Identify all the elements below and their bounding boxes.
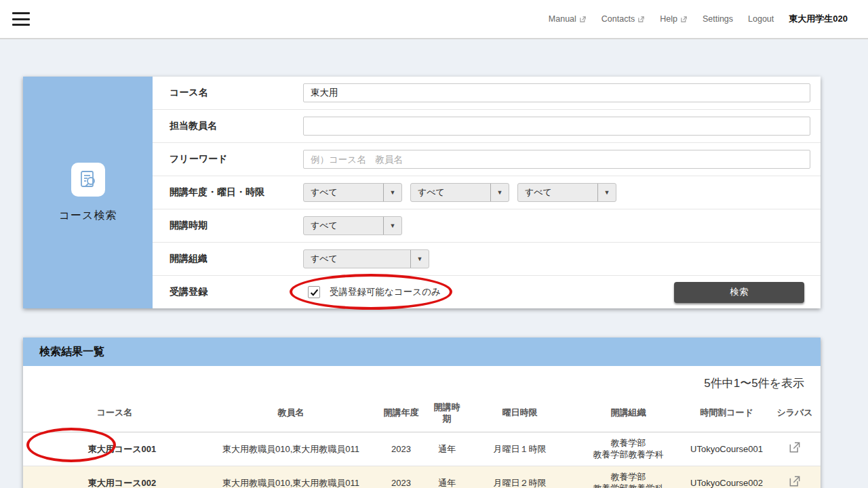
syllabus-cell [769,466,821,488]
course-row-002-link[interactable]: 東大用コース002 [23,466,206,488]
teachers-cell: 東大用教職員010,東大用教職員011 [206,432,376,466]
external-link-icon [637,16,645,23]
period-select-value: すべて [518,184,597,201]
table-row-course-001: 東大用コース001 東大用教職員010,東大用教職員011 2023 通年 月曜… [23,432,821,466]
year-day-period-label: 開講年度・曜日・時限 [153,186,303,199]
form-row-free-word: フリーワード [153,142,821,176]
form-row-teacher-name: 担当教員名 [153,109,821,142]
organization-select-value: すべて [304,250,410,268]
column-header-daytime: 曜日時限 [467,398,572,432]
column-header-year: 開講年度 [376,398,427,432]
year-cell: 2023 [376,432,427,466]
syllabus-external-link-icon[interactable] [788,441,802,454]
free-word-input[interactable] [303,150,810,169]
registration-checkbox-label: 受講登録可能なコースのみ [330,286,441,298]
chevron-down-icon: ▼ [490,184,509,201]
year-cell: 2023 [376,466,427,488]
results-header: 検索結果一覧 [23,338,821,366]
course-search-panel: コース検索 コース名 担当教員名 フリーワード [23,77,821,308]
document-search-icon [71,163,105,197]
term-cell: 通年 [427,432,467,466]
daytime-cell: 月曜日２時限 [467,466,572,488]
year-select-value: すべて [304,184,383,201]
organization-select[interactable]: すべて ▼ [303,249,429,268]
hamburger-menu-icon[interactable] [12,12,30,26]
help-link[interactable]: Help [660,14,688,24]
period-select[interactable]: すべて ▼ [517,183,616,202]
form-row-course-name: コース名 [153,77,821,109]
daytime-cell: 月曜日１時限 [467,432,572,466]
logout-link[interactable]: Logout [748,14,774,24]
teachers-cell: 東大用教職員010,東大用教職員011 [206,466,376,488]
course-search-title: コース検索 [59,209,117,223]
course-name-label: コース名 [153,87,303,99]
results-table: コース名 教員名 開講年度 開講時期 曜日時限 開講組織 時間割コード シラバス… [23,398,821,488]
chevron-down-icon: ▼ [597,184,616,201]
username: 東大用学生020 [789,13,848,25]
course-search-form: コース名 担当教員名 フリーワード 開講年度・曜日・時限 [153,77,821,308]
chevron-down-icon: ▼ [410,250,429,268]
syllabus-cell [769,432,821,466]
teacher-name-input[interactable] [303,117,810,136]
timetable-code-cell: UTokyoCourse002 [684,466,769,488]
results-count: 5件中1〜5件を表示 [23,366,821,398]
contacts-link-label: Contacts [601,14,635,24]
help-link-label: Help [660,14,677,24]
organization-cell: 教養学部 教養学部教養学科 [572,466,684,488]
form-row-registration: 受講登録 受講登録可能なコースのみ 検索 [153,275,821,308]
course-row-001-link[interactable]: 東大用コース001 [23,432,206,466]
term-label: 開講時期 [153,220,303,232]
checkmark-icon [310,288,319,297]
day-select[interactable]: すべて ▼ [410,183,509,202]
page: Manual Contacts Help Settings Logout 東大用… [0,0,868,488]
contacts-link[interactable]: Contacts [601,14,645,24]
term-select[interactable]: すべて ▼ [303,216,402,235]
form-row-organization: 開講組織 すべて ▼ [153,242,821,275]
day-select-value: すべて [411,184,490,201]
results-table-header-row: コース名 教員名 開講年度 開講時期 曜日時限 開講組織 時間割コード シラバス [23,398,821,432]
external-link-icon [579,16,587,23]
registration-label: 受講登録 [153,286,303,298]
search-results-panel: 検索結果一覧 5件中1〜5件を表示 コース名 教員名 開講年度 開講時期 曜日時… [23,338,821,488]
results-title: 検索結果一覧 [39,345,104,359]
table-row-course-002: 東大用コース002 東大用教職員010,東大用教職員011 2023 通年 月曜… [23,466,821,488]
free-word-label: フリーワード [153,153,303,165]
topbar: Manual Contacts Help Settings Logout 東大用… [0,0,868,39]
year-select[interactable]: すべて ▼ [303,183,402,202]
course-search-sidebar: コース検索 [23,77,153,308]
column-header-term: 開講時期 [427,398,467,432]
manual-link[interactable]: Manual [549,14,587,24]
column-header-teacher: 教員名 [206,398,376,432]
registration-checkbox[interactable] [308,286,320,298]
timetable-code-cell: UTokyoCourse001 [684,432,769,466]
top-navigation: Manual Contacts Help Settings Logout 東大用… [549,13,848,25]
column-header-timetable-code: 時間割コード [684,398,769,432]
term-cell: 通年 [427,466,467,488]
organization-label: 開講組織 [153,253,303,265]
form-row-term: 開講時期 すべて ▼ [153,209,821,242]
organization-cell: 教養学部 教養学部教養学科 [572,432,684,466]
column-header-organization: 開講組織 [572,398,684,432]
search-button[interactable]: 検索 [674,282,804,303]
teacher-name-label: 担当教員名 [153,120,303,132]
chevron-down-icon: ▼ [383,184,401,201]
manual-link-label: Manual [549,14,576,24]
term-select-value: すべて [304,217,383,235]
course-name-input[interactable] [303,83,810,102]
form-row-year-day-period: 開講年度・曜日・時限 すべて ▼ すべて ▼ すべて ▼ [153,176,821,209]
column-header-course: コース名 [23,398,206,432]
syllabus-external-link-icon[interactable] [788,474,802,488]
settings-link[interactable]: Settings [703,14,733,24]
external-link-icon [680,16,688,23]
chevron-down-icon: ▼ [383,217,401,235]
column-header-syllabus: シラバス [769,398,821,432]
